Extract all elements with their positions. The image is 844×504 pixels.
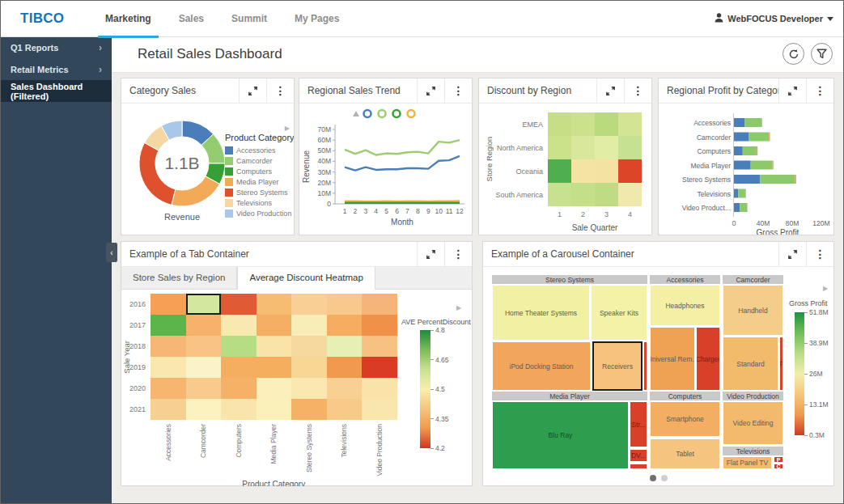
heatmap-cell[interactable] [151, 315, 186, 336]
heatmap-cell[interactable] [186, 399, 222, 420]
heatmap-cell[interactable] [221, 399, 257, 420]
expand-button[interactable] [778, 242, 806, 266]
heatmap-cell[interactable] [327, 336, 363, 357]
heatmap-cell[interactable] [327, 357, 363, 378]
panel-menu-button[interactable]: ⋮ [444, 78, 472, 103]
legend-item[interactable]: Accessories [225, 145, 294, 155]
heatmap-cell[interactable] [618, 136, 642, 159]
treemap-tile[interactable] [643, 341, 647, 391]
bar-segment-blue[interactable] [734, 161, 751, 170]
heatmap-cell[interactable] [327, 378, 363, 399]
expand-button[interactable] [417, 78, 444, 103]
bar-segment-green[interactable] [740, 203, 747, 212]
nav-sales[interactable]: Sales [165, 1, 218, 36]
heatmap-cell[interactable] [362, 399, 397, 420]
panel-menu-button[interactable]: ⋮ [624, 78, 651, 103]
bar-segment-green[interactable] [751, 161, 773, 170]
refresh-button[interactable] [783, 43, 804, 65]
treemap-tile[interactable]: Smartphone [650, 401, 720, 437]
bar-segment-blue[interactable] [734, 146, 743, 155]
heatmap-cell[interactable] [221, 315, 257, 336]
heatmap-cell[interactable] [595, 136, 618, 159]
heatmap-cell[interactable] [257, 399, 292, 420]
heatmap-cell[interactable] [548, 136, 571, 159]
heatmap-cell[interactable] [257, 357, 292, 378]
heatmap-cell[interactable] [618, 183, 642, 206]
treemap-tile[interactable]: Str... [630, 401, 647, 447]
treemap-tile[interactable]: Receivers [592, 341, 643, 391]
line-series-series-orange[interactable] [345, 201, 460, 201]
treemap-tile[interactable] [630, 464, 647, 469]
heatmap-cell[interactable] [257, 294, 292, 315]
bar-segment-orange[interactable] [795, 175, 796, 184]
filter-button[interactable] [811, 43, 833, 65]
sidebar-item-retail-metrics[interactable]: Retail Metrics › [1, 58, 112, 80]
bar-segment-green[interactable] [738, 189, 745, 198]
bar-segment-green[interactable] [760, 175, 795, 184]
heatmap-cell[interactable] [571, 136, 595, 159]
heatmap-cell[interactable] [571, 159, 595, 183]
line-series-series-green[interactable] [345, 140, 460, 155]
expand-button[interactable] [239, 78, 266, 103]
bar-segment-orange[interactable] [747, 203, 748, 212]
heatmap-cell[interactable] [291, 378, 327, 399]
bar-segment-green[interactable] [745, 118, 762, 127]
tab-average-discount-heatmap[interactable]: Average Discount Heatmap [237, 267, 375, 290]
heatmap-cell[interactable] [571, 112, 595, 136]
heatmap-cell[interactable] [327, 315, 363, 336]
bar-segment-blue[interactable] [734, 203, 740, 212]
heatmap-cell[interactable] [257, 336, 292, 357]
legend-item[interactable]: Media Player [225, 176, 294, 187]
heatmap-cell[interactable] [548, 159, 571, 183]
treemap-tile[interactable]: Blu Ray [492, 401, 629, 469]
heatmap-cell[interactable] [291, 399, 327, 420]
donut-slice[interactable] [139, 142, 176, 205]
treemap-tile[interactable]: Video Editing [723, 401, 783, 445]
heatmap-cell[interactable] [362, 378, 397, 399]
heatmap-cell[interactable] [291, 336, 327, 357]
treemap-tile[interactable]: Universal Rem... [650, 327, 695, 391]
heatmap-cell[interactable] [186, 294, 222, 315]
heatmap-cell[interactable] [327, 399, 363, 420]
legend-series-toggle[interactable] [393, 110, 401, 117]
heatmap-cell[interactable] [548, 183, 571, 206]
heatmap-cell[interactable] [595, 159, 618, 183]
heatmap-cell[interactable] [291, 357, 327, 378]
heatmap-cell[interactable] [151, 378, 186, 399]
expand-button[interactable] [417, 242, 444, 266]
bar-segment-orange[interactable] [769, 133, 770, 142]
heatmap-cell[interactable] [186, 315, 222, 336]
heatmap-cell[interactable] [595, 112, 618, 136]
treemap-tile[interactable]: Home Theater Systems [492, 285, 590, 341]
heatmap-cell[interactable] [151, 294, 186, 315]
tab-store-sales-by-region[interactable]: Store Sales by Region [121, 267, 237, 289]
heatmap-cell[interactable] [548, 112, 571, 136]
bar-segment-green[interactable] [749, 133, 769, 142]
heatmap-cell[interactable] [221, 294, 257, 315]
legend-item[interactable]: Camcorder [225, 155, 294, 166]
legend-series-toggle[interactable] [408, 110, 415, 117]
heatmap-cell[interactable] [221, 336, 257, 357]
treemap-tile[interactable]: iPod Docking Station [492, 341, 591, 391]
heatmap-cell[interactable] [221, 378, 257, 399]
treemap-tile[interactable]: Tablet [650, 438, 720, 469]
treemap-tile[interactable]: P [774, 456, 783, 463]
expand-button[interactable] [596, 78, 624, 103]
treemap-tile[interactable]: Headphones [650, 285, 720, 326]
heatmap-cell[interactable] [618, 159, 642, 183]
panel-menu-button[interactable]: ⋮ [806, 78, 833, 103]
bar-segment-orange[interactable] [761, 118, 762, 127]
treemap-tile[interactable]: Handheld [723, 285, 783, 336]
heatmap-cell[interactable] [291, 294, 327, 315]
expand-button[interactable] [778, 78, 806, 103]
sidebar-collapse-button[interactable]: ‹ [106, 243, 117, 262]
legend-item[interactable]: Video Production [225, 208, 294, 218]
nav-my-pages[interactable]: My Pages [281, 1, 353, 36]
line-series-series-blue[interactable] [345, 156, 460, 171]
bar-segment-orange[interactable] [757, 146, 757, 155]
carousel-dot[interactable] [650, 475, 656, 481]
heatmap-cell[interactable] [186, 378, 222, 399]
treemap-tile[interactable]: C [774, 464, 783, 469]
treemap-tile[interactable]: Flat Panel TV [723, 456, 772, 469]
legend-series-toggle[interactable] [379, 110, 386, 117]
